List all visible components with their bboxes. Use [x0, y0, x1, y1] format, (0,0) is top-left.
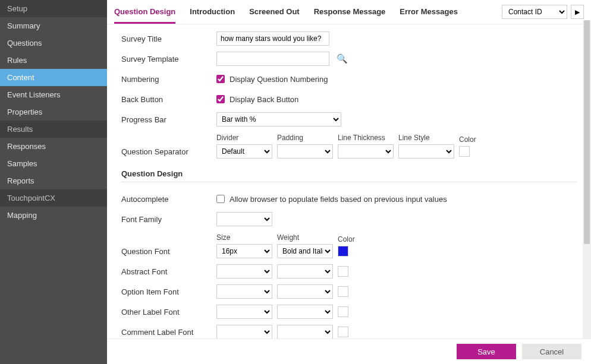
scrollbar-thumb[interactable]	[584, 20, 590, 244]
main-panel: Question Design Introduction Screened Ou…	[107, 0, 591, 364]
cancel-button[interactable]: Cancel	[522, 344, 581, 359]
progress-bar-select[interactable]: Bar with %	[216, 112, 341, 126]
tab-response-message[interactable]: Response Message	[314, 4, 386, 24]
comment-label-font-size-select[interactable]	[216, 325, 272, 339]
label-comment-label-font: Comment Label Font	[121, 328, 216, 337]
scrollbar[interactable]	[583, 20, 591, 340]
label-back-button: Back Button	[121, 95, 216, 104]
comment-label-font-weight-select[interactable]	[277, 325, 333, 339]
top-right-controls: Contact ID ▶	[502, 5, 584, 23]
separator-color-swatch[interactable]	[459, 146, 470, 157]
col-label-divider: Divider	[216, 134, 272, 142]
option-item-font-color-swatch[interactable]	[338, 286, 348, 297]
tab-question-design[interactable]: Question Design	[114, 4, 175, 24]
sidebar-item-event-listeners[interactable]: Event Listeners	[0, 86, 107, 103]
col-label-line-style: Line Style	[398, 134, 454, 142]
survey-template-input[interactable]	[216, 52, 329, 66]
sidebar-item-content[interactable]: Content	[0, 69, 107, 86]
col-label-size: Size	[216, 233, 272, 242]
sidebar-item-questions[interactable]: Questions	[0, 34, 107, 52]
line-style-select[interactable]	[398, 144, 454, 159]
label-survey-title: Survey Title	[121, 34, 216, 43]
tab-strip: Question Design Introduction Screened Ou…	[114, 4, 502, 24]
label-option-item-font: Option Item Font	[121, 287, 216, 296]
label-font-family: Font Family	[121, 215, 216, 224]
sidebar-group-setup: Setup	[0, 0, 107, 17]
sidebar-group-touchpointcx: TouchpointCX	[0, 189, 107, 207]
form-content: Survey Title Survey Template 🔍 Numbering…	[107, 24, 591, 364]
divider-line	[121, 182, 577, 182]
question-font-size-select[interactable]: 16px	[216, 244, 272, 258]
chevron-right-icon: ▶	[575, 8, 580, 16]
font-family-select[interactable]	[216, 212, 272, 226]
other-label-font-weight-select[interactable]	[277, 305, 333, 319]
abstract-font-color-swatch[interactable]	[338, 266, 348, 277]
col-label-padding: Padding	[277, 134, 333, 142]
other-label-font-color-swatch[interactable]	[338, 306, 348, 317]
survey-title-input[interactable]	[216, 31, 329, 46]
abstract-font-size-select[interactable]	[216, 264, 272, 278]
save-button[interactable]: Save	[457, 344, 516, 359]
contact-id-select[interactable]: Contact ID	[502, 5, 567, 19]
footer: Save Cancel	[107, 338, 591, 364]
display-question-numbering-text: Display Question Numbering	[230, 75, 328, 84]
label-abstract-font: Abstract Font	[121, 267, 216, 276]
label-survey-template: Survey Template	[121, 55, 216, 64]
comment-label-font-color-swatch[interactable]	[338, 327, 348, 337]
col-label-sep-color: Color	[459, 135, 476, 144]
sidebar-item-mapping[interactable]: Mapping	[0, 207, 107, 224]
tab-error-messages[interactable]: Error Messages	[400, 4, 458, 24]
label-other-label-font: Other Label Font	[121, 308, 216, 316]
question-font-color-swatch[interactable]	[338, 246, 348, 257]
other-label-font-size-select[interactable]	[216, 305, 272, 319]
option-item-font-weight-select[interactable]	[277, 284, 333, 299]
label-numbering: Numbering	[121, 75, 216, 84]
display-back-button-text: Display Back Button	[230, 95, 298, 104]
col-label-weight: Weight	[277, 233, 333, 242]
section-heading-question-design: Question Design	[121, 169, 577, 178]
divider-select[interactable]: Default	[216, 144, 272, 159]
allow-autocomplete-checkbox[interactable]	[216, 195, 225, 203]
sidebar-item-responses[interactable]: Responses	[0, 138, 107, 155]
sidebar: Setup Summary Questions Rules Content Ev…	[0, 0, 107, 364]
sidebar-item-samples[interactable]: Samples	[0, 155, 107, 172]
col-label-qf-color: Color	[338, 235, 355, 243]
label-progress-bar: Progress Bar	[121, 115, 216, 124]
question-font-weight-select[interactable]: Bold and Italic	[277, 244, 333, 258]
next-arrow-button[interactable]: ▶	[571, 5, 584, 19]
allow-autocomplete-text: Allow browser to populate fields based o…	[230, 195, 447, 204]
option-item-font-size-select[interactable]	[216, 284, 272, 299]
label-autocomplete: Autocomplete	[121, 195, 216, 204]
padding-select[interactable]	[277, 144, 333, 159]
sidebar-group-results: Results	[0, 121, 107, 138]
col-label-line-thickness: Line Thickness	[338, 134, 394, 142]
sidebar-item-summary[interactable]: Summary	[0, 17, 107, 34]
top-bar: Question Design Introduction Screened Ou…	[107, 0, 591, 24]
label-question-separator: Question Separator	[121, 147, 216, 159]
display-question-numbering-checkbox[interactable]	[216, 75, 225, 83]
sidebar-item-reports[interactable]: Reports	[0, 172, 107, 189]
search-icon[interactable]: 🔍	[337, 53, 348, 64]
sidebar-item-rules[interactable]: Rules	[0, 52, 107, 69]
label-question-font: Question Font	[121, 247, 216, 258]
line-thickness-select[interactable]	[338, 144, 394, 159]
abstract-font-weight-select[interactable]	[277, 264, 333, 278]
sidebar-item-properties[interactable]: Properties	[0, 103, 107, 121]
tab-screened-out[interactable]: Screened Out	[249, 4, 300, 24]
tab-introduction[interactable]: Introduction	[190, 4, 235, 24]
display-back-button-checkbox[interactable]	[216, 95, 225, 103]
